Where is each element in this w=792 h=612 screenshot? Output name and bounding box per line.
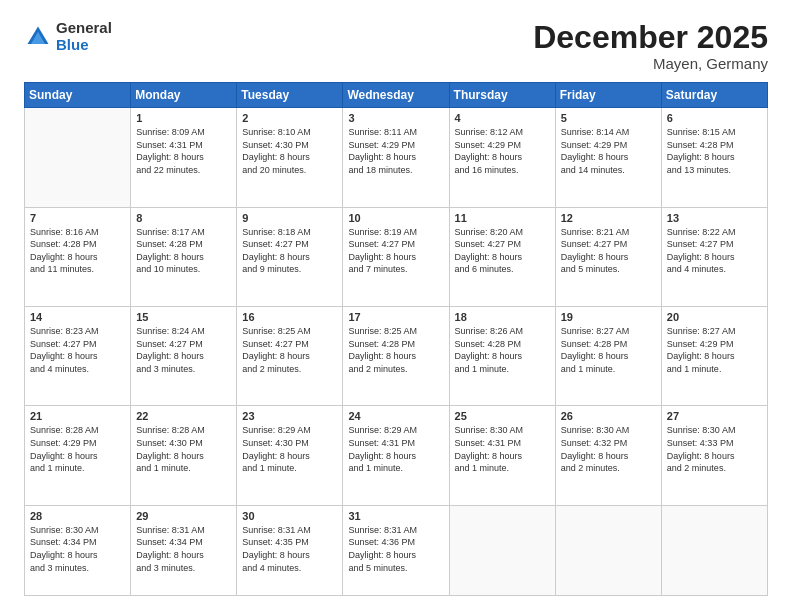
calendar-cell: 1Sunrise: 8:09 AMSunset: 4:31 PMDaylight… <box>131 108 237 207</box>
calendar-cell: 22Sunrise: 8:28 AMSunset: 4:30 PMDayligh… <box>131 406 237 505</box>
calendar-cell: 12Sunrise: 8:21 AMSunset: 4:27 PMDayligh… <box>555 207 661 306</box>
calendar-cell <box>555 505 661 595</box>
day-number: 20 <box>667 311 762 323</box>
calendar-week-row: 21Sunrise: 8:28 AMSunset: 4:29 PMDayligh… <box>25 406 768 505</box>
calendar-cell <box>661 505 767 595</box>
calendar-week-row: 1Sunrise: 8:09 AMSunset: 4:31 PMDaylight… <box>25 108 768 207</box>
day-number: 13 <box>667 212 762 224</box>
calendar-cell: 10Sunrise: 8:19 AMSunset: 4:27 PMDayligh… <box>343 207 449 306</box>
logo-icon <box>24 23 52 51</box>
weekday-header-sunday: Sunday <box>25 83 131 108</box>
day-number: 9 <box>242 212 337 224</box>
day-number: 25 <box>455 410 550 422</box>
day-number: 14 <box>30 311 125 323</box>
cell-info: Sunrise: 8:20 AMSunset: 4:27 PMDaylight:… <box>455 226 550 276</box>
day-number: 30 <box>242 510 337 522</box>
cell-info: Sunrise: 8:10 AMSunset: 4:30 PMDaylight:… <box>242 126 337 176</box>
cell-info: Sunrise: 8:11 AMSunset: 4:29 PMDaylight:… <box>348 126 443 176</box>
cell-info: Sunrise: 8:29 AMSunset: 4:30 PMDaylight:… <box>242 424 337 474</box>
calendar-cell: 16Sunrise: 8:25 AMSunset: 4:27 PMDayligh… <box>237 307 343 406</box>
calendar-week-row: 28Sunrise: 8:30 AMSunset: 4:34 PMDayligh… <box>25 505 768 595</box>
cell-info: Sunrise: 8:31 AMSunset: 4:35 PMDaylight:… <box>242 524 337 574</box>
weekday-header-tuesday: Tuesday <box>237 83 343 108</box>
cell-info: Sunrise: 8:09 AMSunset: 4:31 PMDaylight:… <box>136 126 231 176</box>
cell-info: Sunrise: 8:30 AMSunset: 4:34 PMDaylight:… <box>30 524 125 574</box>
logo: General Blue <box>24 20 112 53</box>
logo-general-label: General <box>56 20 112 37</box>
calendar-cell: 23Sunrise: 8:29 AMSunset: 4:30 PMDayligh… <box>237 406 343 505</box>
cell-info: Sunrise: 8:27 AMSunset: 4:28 PMDaylight:… <box>561 325 656 375</box>
calendar-cell: 18Sunrise: 8:26 AMSunset: 4:28 PMDayligh… <box>449 307 555 406</box>
day-number: 4 <box>455 112 550 124</box>
day-number: 19 <box>561 311 656 323</box>
day-number: 3 <box>348 112 443 124</box>
day-number: 10 <box>348 212 443 224</box>
day-number: 7 <box>30 212 125 224</box>
calendar-cell: 20Sunrise: 8:27 AMSunset: 4:29 PMDayligh… <box>661 307 767 406</box>
calendar-cell <box>449 505 555 595</box>
calendar-week-row: 7Sunrise: 8:16 AMSunset: 4:28 PMDaylight… <box>25 207 768 306</box>
cell-info: Sunrise: 8:25 AMSunset: 4:28 PMDaylight:… <box>348 325 443 375</box>
day-number: 28 <box>30 510 125 522</box>
calendar-cell: 24Sunrise: 8:29 AMSunset: 4:31 PMDayligh… <box>343 406 449 505</box>
day-number: 22 <box>136 410 231 422</box>
weekday-header-thursday: Thursday <box>449 83 555 108</box>
cell-info: Sunrise: 8:18 AMSunset: 4:27 PMDaylight:… <box>242 226 337 276</box>
day-number: 29 <box>136 510 231 522</box>
day-number: 1 <box>136 112 231 124</box>
calendar-cell: 29Sunrise: 8:31 AMSunset: 4:34 PMDayligh… <box>131 505 237 595</box>
calendar-cell: 21Sunrise: 8:28 AMSunset: 4:29 PMDayligh… <box>25 406 131 505</box>
calendar-cell: 19Sunrise: 8:27 AMSunset: 4:28 PMDayligh… <box>555 307 661 406</box>
cell-info: Sunrise: 8:14 AMSunset: 4:29 PMDaylight:… <box>561 126 656 176</box>
calendar-cell: 15Sunrise: 8:24 AMSunset: 4:27 PMDayligh… <box>131 307 237 406</box>
calendar-cell: 26Sunrise: 8:30 AMSunset: 4:32 PMDayligh… <box>555 406 661 505</box>
calendar-cell <box>25 108 131 207</box>
cell-info: Sunrise: 8:27 AMSunset: 4:29 PMDaylight:… <box>667 325 762 375</box>
day-number: 18 <box>455 311 550 323</box>
page: General Blue December 2025 Mayen, German… <box>0 0 792 612</box>
day-number: 2 <box>242 112 337 124</box>
calendar-cell: 30Sunrise: 8:31 AMSunset: 4:35 PMDayligh… <box>237 505 343 595</box>
location: Mayen, Germany <box>533 55 768 72</box>
cell-info: Sunrise: 8:30 AMSunset: 4:33 PMDaylight:… <box>667 424 762 474</box>
calendar-cell: 13Sunrise: 8:22 AMSunset: 4:27 PMDayligh… <box>661 207 767 306</box>
title-block: December 2025 Mayen, Germany <box>533 20 768 72</box>
day-number: 24 <box>348 410 443 422</box>
weekday-header-saturday: Saturday <box>661 83 767 108</box>
month-title: December 2025 <box>533 20 768 55</box>
cell-info: Sunrise: 8:16 AMSunset: 4:28 PMDaylight:… <box>30 226 125 276</box>
day-number: 15 <box>136 311 231 323</box>
day-number: 17 <box>348 311 443 323</box>
calendar-cell: 27Sunrise: 8:30 AMSunset: 4:33 PMDayligh… <box>661 406 767 505</box>
header: General Blue December 2025 Mayen, German… <box>24 20 768 72</box>
cell-info: Sunrise: 8:19 AMSunset: 4:27 PMDaylight:… <box>348 226 443 276</box>
cell-info: Sunrise: 8:30 AMSunset: 4:32 PMDaylight:… <box>561 424 656 474</box>
calendar-cell: 9Sunrise: 8:18 AMSunset: 4:27 PMDaylight… <box>237 207 343 306</box>
cell-info: Sunrise: 8:30 AMSunset: 4:31 PMDaylight:… <box>455 424 550 474</box>
calendar-cell: 5Sunrise: 8:14 AMSunset: 4:29 PMDaylight… <box>555 108 661 207</box>
cell-info: Sunrise: 8:28 AMSunset: 4:29 PMDaylight:… <box>30 424 125 474</box>
cell-info: Sunrise: 8:23 AMSunset: 4:27 PMDaylight:… <box>30 325 125 375</box>
cell-info: Sunrise: 8:21 AMSunset: 4:27 PMDaylight:… <box>561 226 656 276</box>
calendar-cell: 6Sunrise: 8:15 AMSunset: 4:28 PMDaylight… <box>661 108 767 207</box>
calendar-cell: 17Sunrise: 8:25 AMSunset: 4:28 PMDayligh… <box>343 307 449 406</box>
day-number: 8 <box>136 212 231 224</box>
calendar-cell: 3Sunrise: 8:11 AMSunset: 4:29 PMDaylight… <box>343 108 449 207</box>
cell-info: Sunrise: 8:25 AMSunset: 4:27 PMDaylight:… <box>242 325 337 375</box>
calendar-cell: 7Sunrise: 8:16 AMSunset: 4:28 PMDaylight… <box>25 207 131 306</box>
weekday-header-wednesday: Wednesday <box>343 83 449 108</box>
calendar-cell: 11Sunrise: 8:20 AMSunset: 4:27 PMDayligh… <box>449 207 555 306</box>
calendar-cell: 14Sunrise: 8:23 AMSunset: 4:27 PMDayligh… <box>25 307 131 406</box>
day-number: 12 <box>561 212 656 224</box>
calendar-cell: 31Sunrise: 8:31 AMSunset: 4:36 PMDayligh… <box>343 505 449 595</box>
calendar-header-row: SundayMondayTuesdayWednesdayThursdayFrid… <box>25 83 768 108</box>
weekday-header-monday: Monday <box>131 83 237 108</box>
day-number: 16 <box>242 311 337 323</box>
calendar-cell: 4Sunrise: 8:12 AMSunset: 4:29 PMDaylight… <box>449 108 555 207</box>
calendar-cell: 28Sunrise: 8:30 AMSunset: 4:34 PMDayligh… <box>25 505 131 595</box>
logo-text: General Blue <box>56 20 112 53</box>
day-number: 31 <box>348 510 443 522</box>
calendar-cell: 25Sunrise: 8:30 AMSunset: 4:31 PMDayligh… <box>449 406 555 505</box>
day-number: 23 <box>242 410 337 422</box>
cell-info: Sunrise: 8:24 AMSunset: 4:27 PMDaylight:… <box>136 325 231 375</box>
